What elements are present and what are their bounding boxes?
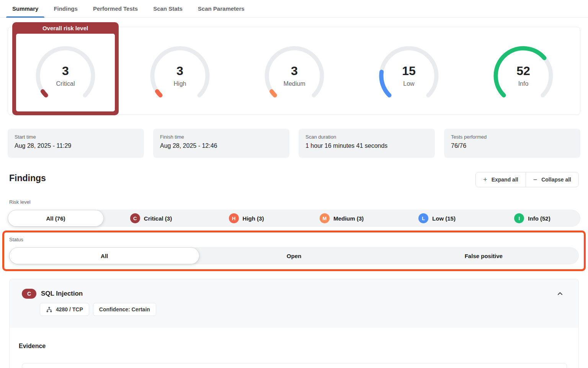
risk-filter-option-all-76[interactable]: All (76)	[8, 210, 103, 226]
tab-summary[interactable]: Summary	[6, 0, 44, 17]
summary-card-value: 76/76	[451, 142, 573, 149]
overall-risk-level-tooltip-label: Overall risk level	[12, 22, 119, 34]
risk-overview-card: Overall risk level3Critical3High3Medium1…	[8, 27, 580, 115]
status-filter-bar: AllOpenFalse positive	[9, 247, 579, 264]
option-label: High (3)	[243, 215, 264, 222]
findings-expand-collapse-group: + Expand all − Collapse all	[475, 172, 579, 187]
finding-card-header[interactable]: C SQL Injection 4280 / TCP Confidence: C…	[10, 279, 578, 328]
gauge-high: 3High	[147, 43, 212, 108]
findings-collapse-all-button[interactable]: − Collapse all	[526, 172, 578, 187]
finding-meta-chips: 4280 / TCP Confidence: Certain	[40, 303, 156, 316]
findings-section-title: Findings	[9, 173, 46, 183]
option-label: Info (52)	[528, 215, 550, 222]
risk-filter-option-high-3[interactable]: HHigh (3)	[199, 210, 294, 226]
gauge-low: 15Low	[376, 43, 441, 108]
port-protocol-label: 4280 / TCP	[56, 306, 83, 312]
expand-all-label: Expand all	[492, 177, 518, 183]
summary-card-value: Aug 28, 2025 - 12:46	[160, 142, 283, 149]
severity-badge-critical: C	[22, 289, 36, 299]
network-port-icon	[46, 306, 52, 313]
risk-level-filter-bar: All (76)CCritical (3)HHigh (3)MMedium (3…	[8, 210, 580, 227]
summary-card-value: Aug 28, 2025 - 11:29	[15, 142, 137, 149]
findings-expand-all-button[interactable]: + Expand all	[476, 172, 526, 187]
summary-card-label: Start time	[15, 134, 137, 140]
option-label: All	[101, 253, 108, 259]
risk-badge-h: H	[229, 213, 239, 223]
svg-text:3: 3	[62, 64, 69, 78]
risk-badge-l: L	[418, 213, 428, 223]
risk-filter-option-medium-3[interactable]: MMedium (3)	[294, 210, 389, 226]
status-filter-label: Status	[9, 237, 23, 242]
option-label: Critical (3)	[144, 215, 172, 222]
risk-badge-i: I	[514, 213, 524, 223]
option-label: False positive	[465, 253, 503, 259]
finding-title: SQL Injection	[41, 290, 83, 298]
report-tabbar: SummaryFindingsPerformed TestsScan Stats…	[0, 0, 588, 18]
summary-card-label: Tests performed	[451, 134, 573, 140]
svg-text:Info: Info	[518, 80, 529, 87]
summary-card-start-time: Start timeAug 28, 2025 - 11:29	[8, 129, 144, 158]
svg-text:Low: Low	[403, 80, 415, 87]
status-filter-option-all[interactable]: All	[10, 248, 199, 264]
gauge-info: 52Info	[491, 43, 556, 108]
summary-card-finish-time: Finish timeAug 28, 2025 - 12:46	[153, 129, 289, 158]
plus-icon: +	[483, 176, 487, 183]
option-label: Open	[287, 253, 301, 259]
svg-text:15: 15	[402, 64, 416, 78]
summary-card-label: Finish time	[160, 134, 283, 140]
risk-badge-m: M	[320, 213, 330, 223]
evidence-item[interactable]	[22, 363, 567, 368]
evidence-section-title: Evidence	[19, 343, 46, 350]
confidence-chip: Confidence: Certain	[93, 303, 156, 316]
risk-filter-option-low-15[interactable]: LLow (15)	[389, 210, 485, 226]
risk-badge-c: C	[130, 213, 140, 223]
finding-card-body: Evidence + Expand all − Collapse all	[10, 328, 578, 368]
option-label: Medium (3)	[333, 215, 364, 222]
tab-performed-tests[interactable]: Performed Tests	[87, 0, 144, 17]
collapse-finding-button[interactable]	[555, 289, 565, 298]
svg-text:3: 3	[176, 64, 183, 78]
chevron-up-icon	[557, 290, 564, 297]
port-protocol-chip: 4280 / TCP	[40, 303, 89, 316]
status-filter-option-open[interactable]: Open	[199, 248, 389, 264]
summary-card-tests-performed: Tests performed76/76	[444, 129, 580, 158]
tab-scan-parameters[interactable]: Scan Parameters	[192, 0, 251, 17]
tab-findings[interactable]: Findings	[47, 0, 84, 17]
collapse-all-label: Collapse all	[541, 177, 571, 183]
svg-text:3: 3	[291, 64, 298, 78]
risk-filter-option-info-52[interactable]: IInfo (52)	[485, 210, 580, 226]
svg-text:High: High	[173, 80, 186, 87]
svg-text:Medium: Medium	[284, 80, 305, 87]
minus-icon: −	[533, 176, 537, 183]
gauge-medium: 3Medium	[262, 43, 327, 108]
option-label: All (76)	[46, 215, 65, 222]
finding-card-sql-injection: C SQL Injection 4280 / TCP Confidence: C…	[9, 279, 579, 368]
summary-card-scan-duration: Scan duration1 hour 16 minutes 41 second…	[299, 129, 435, 158]
risk-filter-option-critical-3[interactable]: CCritical (3)	[103, 210, 199, 226]
status-filter-option-false-positive[interactable]: False positive	[389, 248, 578, 264]
svg-text:52: 52	[517, 64, 531, 78]
summary-card-label: Scan duration	[305, 134, 428, 140]
gauge-critical: 3Critical	[33, 43, 98, 108]
risk-level-filter-label: Risk level	[9, 199, 31, 205]
svg-text:Critical: Critical	[56, 80, 75, 87]
tab-scan-stats[interactable]: Scan Stats	[147, 0, 189, 17]
summary-card-value: 1 hour 16 minutes 41 seconds	[305, 142, 428, 149]
option-label: Low (15)	[432, 215, 456, 222]
